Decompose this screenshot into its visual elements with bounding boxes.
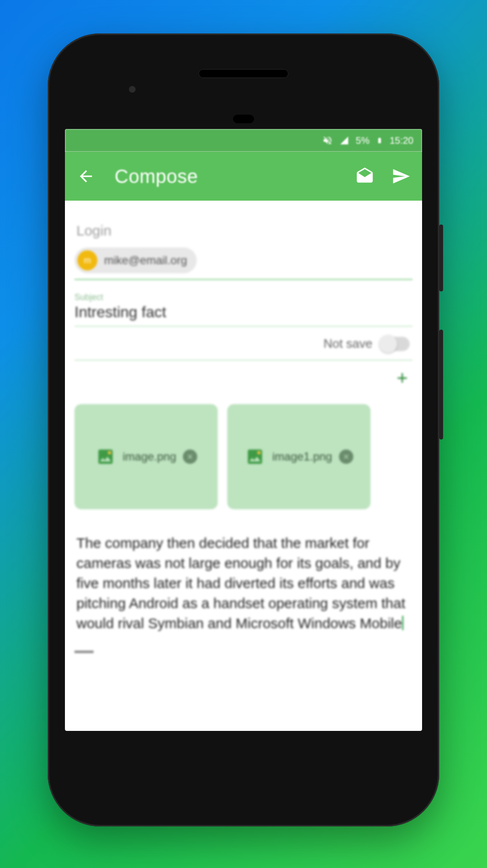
avatar-initial: m bbox=[84, 256, 91, 266]
recipient-field[interactable]: m mike@email.org bbox=[74, 247, 413, 280]
add-attachment-row: + bbox=[74, 361, 413, 391]
recipient-label: Login bbox=[76, 223, 411, 239]
page-title: Compose bbox=[115, 166, 340, 187]
divider bbox=[74, 651, 94, 653]
subject-value: Intresting fact bbox=[74, 303, 413, 321]
signal-icon bbox=[339, 136, 349, 145]
body-text: The company then decided that the market… bbox=[76, 535, 405, 631]
save-toggle[interactable] bbox=[379, 337, 410, 351]
compose-form: Login m mike@email.org Subject Intrestin… bbox=[65, 201, 422, 731]
app-screen: 5% 15:20 Compose Login m bbox=[65, 129, 422, 731]
attachment-card[interactable]: image.png bbox=[74, 404, 218, 509]
send-button[interactable] bbox=[390, 165, 413, 188]
phone-speaker bbox=[198, 69, 289, 78]
back-button[interactable] bbox=[74, 165, 97, 188]
attachments-row: image.png image1.png bbox=[74, 404, 413, 509]
remove-attachment-button[interactable] bbox=[339, 450, 353, 464]
battery-percent: 5% bbox=[356, 135, 370, 146]
image-icon bbox=[95, 446, 116, 467]
phone-sensor bbox=[233, 115, 254, 123]
recipient-email: mike@email.org bbox=[104, 254, 187, 267]
subject-label: Subject bbox=[74, 292, 413, 302]
status-bar: 5% 15:20 bbox=[65, 129, 422, 152]
add-attachment-button[interactable]: + bbox=[397, 367, 408, 389]
image-icon bbox=[244, 446, 265, 467]
attachment-card[interactable]: image1.png bbox=[227, 404, 371, 509]
svg-point-1 bbox=[257, 451, 261, 454]
body-textarea[interactable]: The company then decided that the market… bbox=[74, 533, 413, 633]
status-time: 15:20 bbox=[390, 135, 413, 146]
drafts-button[interactable] bbox=[353, 165, 376, 188]
mute-icon bbox=[322, 135, 333, 146]
phone-camera-dot bbox=[129, 86, 136, 93]
save-toggle-label: Not save bbox=[323, 336, 372, 351]
battery-icon bbox=[376, 135, 383, 146]
remove-attachment-button[interactable] bbox=[183, 450, 197, 464]
subject-field[interactable]: Subject Intresting fact bbox=[74, 292, 413, 327]
text-cursor bbox=[402, 616, 403, 630]
svg-point-0 bbox=[108, 451, 111, 454]
app-bar: Compose bbox=[65, 152, 422, 201]
avatar: m bbox=[77, 250, 97, 270]
phone-frame: 5% 15:20 Compose Login m bbox=[48, 33, 439, 826]
attachment-name: image.png bbox=[123, 450, 176, 463]
recipient-chip[interactable]: m mike@email.org bbox=[74, 247, 197, 273]
save-row: Not save bbox=[74, 327, 413, 361]
attachment-name: image1.png bbox=[272, 450, 332, 463]
